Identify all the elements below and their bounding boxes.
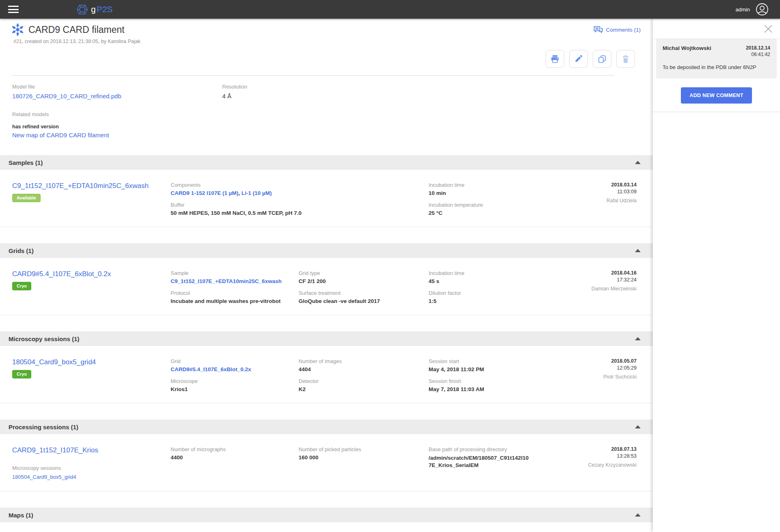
comment-author: Michal Wojtkowski [663, 45, 711, 57]
processing-collapse-icon[interactable] [635, 425, 641, 428]
processing-session-name-link[interactable]: CARD9_1t152_I107E_Krios [12, 446, 98, 454]
app-logo[interactable]: g P2S [76, 4, 113, 15]
sample-row: C9_1t152_I107E_+EDTA10min25C_6xwash Avai… [0, 170, 653, 227]
created-date: 2018.03.14 [579, 182, 637, 188]
comment-time: 06:41:42 [746, 52, 770, 57]
print-icon [550, 54, 559, 63]
created-by: Piotr Suchcicki [579, 374, 637, 380]
print-button[interactable] [546, 50, 564, 68]
resolution-value: 4 Å [222, 93, 232, 99]
incubation-time-value: 10 min [429, 190, 579, 196]
grid-sample-link[interactable]: C9_1t152_I107E_+EDTA10min25C_6xwash [171, 278, 282, 284]
comment-text: To be deposited in the PDB under 6N2P [663, 64, 770, 70]
samples-collapse-icon[interactable] [635, 161, 641, 164]
relation-type-label: has refined version [12, 124, 641, 130]
comment-card: Michal Wojtkowski 2018.12.14 06:41:42 To… [656, 39, 777, 78]
comments-toggle-link[interactable]: Comments (1) [594, 26, 641, 34]
page-title: CARD9 CARD filament [28, 24, 124, 35]
component-link-b[interactable]: Li-1 (10 µM) [241, 190, 272, 196]
samples-section-title: Samples (1) [9, 159, 43, 166]
grids-section-header: Grids (1) [0, 243, 653, 258]
grid-type-badge: Cryo [12, 282, 31, 290]
grid-type-value: CF 2/1 200 [299, 278, 429, 284]
microscopy-created-block: 2018.05.07 12:05:29 Piotr Suchcicki [579, 358, 637, 392]
logo-text-p2s: P2S [97, 4, 113, 14]
session-start-label: Session start [429, 358, 579, 364]
created-by: Cezary Krzyzanowski [579, 462, 637, 468]
microscopy-session-name-link[interactable]: 180504_Card9_box5_grid4 [12, 358, 96, 366]
add-new-comment-button[interactable]: ADD NEW COMMENT [681, 87, 752, 104]
protein-molecule-icon [12, 24, 23, 36]
dilution-factor-value: 1:5 [429, 298, 579, 304]
main-content: CARD9 CARD filament Comments (1) #21, cr… [0, 19, 653, 532]
model-file-link[interactable]: 180726_CARD9_10_CARD_refined.pdb [12, 93, 121, 99]
resolution-label: Resolution [222, 84, 247, 90]
trash-icon [621, 54, 630, 63]
created-time: 13:28:53 [579, 453, 637, 459]
picked-particles-label: Number of picked particles [299, 446, 429, 452]
model-file-label: Model file [12, 84, 222, 90]
microscopy-sessions-section: Microscopy sessions (1) 180504_Card9_box… [0, 331, 653, 403]
micrographs-label: Number of micrographs [171, 446, 299, 452]
session-start-value: May 4, 2018 11:02 PM [429, 366, 579, 372]
processing-created-block: 2018.07.13 13:28:53 Cezary Krzyzanowski [579, 446, 637, 480]
incubation-temperature-value: 25 °C [429, 210, 579, 216]
microscopy-section-header: Microscopy sessions (1) [0, 331, 653, 346]
protocol-value: Incubate and multiple washes pre-vitrobo… [171, 298, 299, 304]
grid-row: CARD9#5.4_I107E_6xBlot_0.2x Cryo Sample … [0, 258, 653, 315]
comments-icon [594, 26, 603, 34]
base-path-value: /admin/scratch/EM/180507_C91t142I107E_Kr… [429, 454, 530, 469]
copy-button[interactable] [593, 50, 611, 68]
delete-button[interactable] [616, 50, 635, 68]
comment-date: 2018.12.14 [746, 45, 770, 51]
sample-created-block: 2018.03.14 11:03:09 Rafal Udziela [579, 182, 637, 216]
microscopy-session-row: 180504_Card9_box5_grid4 Cryo Grid CARD9#… [0, 346, 653, 403]
incubation-time-label: Incubation time [429, 182, 579, 188]
detector-value: K2 [299, 386, 429, 392]
logo-text-g: g [91, 4, 96, 14]
microscope-label: Microscope [171, 378, 299, 384]
close-panel-icon[interactable] [762, 23, 774, 35]
session-finish-value: May 7, 2018 11:03 AM [429, 386, 579, 392]
created-by: Rafal Udziela [579, 198, 637, 203]
session-finish-label: Session finish [429, 378, 579, 384]
created-time: 11:03:09 [579, 189, 637, 195]
processing-section-header: Processing sessions (1) [0, 420, 653, 434]
user-avatar-icon[interactable] [756, 3, 769, 16]
maps-section: Maps (1) Frealign map, sharpened Process… [0, 508, 653, 532]
created-date: 2018.07.13 [579, 446, 637, 452]
microscope-value: Krios1 [171, 386, 299, 392]
sample-name-link[interactable]: C9_1t152_I107E_+EDTA10min25C_6xwash [12, 182, 149, 190]
buffer-value: 50 mM HEPES, 150 mM NaCl, 0.5 mM TCEP, p… [171, 210, 429, 216]
related-model-link[interactable]: New map of CARD9 CARD filament [12, 132, 109, 138]
created-time: 12:05:29 [579, 365, 637, 371]
processing-sessions-section: Processing sessions (1) CARD9_1t152_I107… [0, 420, 653, 491]
edit-button[interactable] [569, 50, 588, 68]
hamburger-menu-icon[interactable] [8, 5, 19, 13]
grids-collapse-icon[interactable] [635, 249, 641, 252]
processing-section-title: Processing sessions (1) [9, 424, 78, 430]
top-nav: g P2S admin [0, 0, 780, 19]
gem-logo-icon [76, 4, 88, 15]
created-by: Damian Mierzwinski [579, 286, 637, 292]
comments-link-label: Comments (1) [606, 27, 641, 33]
related-models-label: Related models [12, 111, 641, 117]
comments-panel: Michal Wojtkowski 2018.12.14 06:41:42 To… [653, 19, 780, 532]
grids-section: Grids (1) CARD9#5.4_I107E_6xBlot_0.2x Cr… [0, 243, 653, 315]
maps-collapse-icon[interactable] [635, 513, 641, 517]
grid-incubation-time-label: Incubation time [429, 270, 579, 276]
microscopy-session-ref-link[interactable]: 180504_Card9_box5_grid4 [12, 474, 76, 480]
grid-created-block: 2018.04.16 17:32:24 Damian Mierzwinski [579, 270, 637, 304]
picked-particles-value: 160 000 [299, 454, 429, 461]
created-date: 2018.04.16 [579, 270, 637, 276]
detector-label: Detector [299, 378, 429, 384]
grid-name-link[interactable]: CARD9#5.4_I107E_6xBlot_0.2x [12, 270, 111, 278]
microscopy-collapse-icon[interactable] [635, 337, 641, 340]
grid-label: Grid [171, 358, 299, 364]
session-grid-link[interactable]: CARD9#5.4_I107E_6xBlot_0.2x [171, 366, 251, 372]
base-path-label: Base path of processing directory [429, 446, 579, 452]
microscopy-session-badge: Cryo [12, 370, 31, 378]
components-label: Components [171, 182, 429, 188]
overview-block: Model file 180726_CARD9_10_CARD_refined.… [0, 76, 653, 139]
component-link-a[interactable]: CARD9 1-152 I107E (1 µM) [171, 190, 238, 196]
